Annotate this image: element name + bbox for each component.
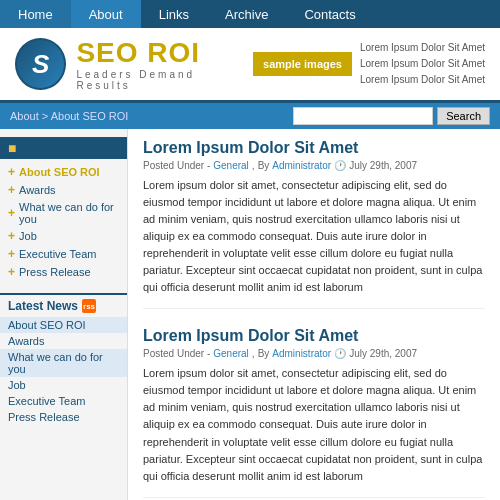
- sidebar-item-executive-team[interactable]: + Executive Team: [0, 245, 127, 263]
- article-1-category[interactable]: General: [213, 160, 249, 171]
- sidebar-item-about-seo-roi[interactable]: + About SEO ROI: [0, 163, 127, 181]
- sample-text-2: Lorem Ipsum Dolor Sit Amet: [360, 56, 485, 72]
- bullet-icon: ■: [8, 140, 16, 156]
- sample-text-3: Lorem Ipsum Dolor Sit Amet: [360, 72, 485, 88]
- search-button[interactable]: Search: [437, 107, 490, 125]
- sidebar-main-section: ■ + About SEO ROI + Awards + What we can…: [0, 137, 127, 281]
- breadcrumb-bar: About > About SEO ROI Search: [0, 103, 500, 129]
- article-2-category[interactable]: General: [213, 348, 249, 359]
- clock-icon-2: 🕐: [334, 348, 346, 359]
- sidebar-main-header: ■: [0, 137, 127, 159]
- clock-icon-1: 🕐: [334, 160, 346, 171]
- article-2-meta: Posted Under - General, By Administrator…: [143, 348, 485, 359]
- sidebar-item-awards[interactable]: + Awards: [0, 181, 127, 199]
- nav-item-home[interactable]: Home: [0, 0, 71, 28]
- sample-text-list: Lorem Ipsum Dolor Sit Amet Lorem Ipsum D…: [360, 40, 485, 88]
- article-1-title: Lorem Ipsum Dolor Sit Amet: [143, 139, 485, 157]
- logo-title: SEO ROI: [76, 37, 253, 69]
- sidebar-item-job[interactable]: + Job: [0, 227, 127, 245]
- article-1-author[interactable]: Administrator: [272, 160, 331, 171]
- latest-news-header: Latest News rss: [0, 293, 127, 317]
- article-2: Lorem Ipsum Dolor Sit Amet Posted Under …: [143, 327, 485, 497]
- article-1-body: Lorem ipsum dolor sit amet, consectetur …: [143, 177, 485, 296]
- logo-icon: S: [15, 38, 66, 90]
- sidebar-news-awards[interactable]: Awards: [0, 333, 127, 349]
- site-header: S SEO ROI Leaders Demand Results sample …: [0, 28, 500, 103]
- nav-item-links[interactable]: Links: [141, 0, 207, 28]
- article-2-author[interactable]: Administrator: [272, 348, 331, 359]
- sidebar-news-job[interactable]: Job: [0, 377, 127, 393]
- logo-area: S SEO ROI Leaders Demand Results: [15, 37, 253, 91]
- sidebar-item-press-release[interactable]: + Press Release: [0, 263, 127, 281]
- rss-icon: rss: [82, 299, 96, 313]
- logo-subtitle: Leaders Demand Results: [76, 69, 253, 91]
- search-area: Search: [293, 107, 490, 125]
- nav-item-contacts[interactable]: Contacts: [286, 0, 373, 28]
- article-1: Lorem Ipsum Dolor Sit Amet Posted Under …: [143, 139, 485, 309]
- logo-text: SEO ROI Leaders Demand Results: [76, 37, 253, 91]
- article-1-meta: Posted Under - General, By Administrator…: [143, 160, 485, 171]
- article-2-title: Lorem Ipsum Dolor Sit Amet: [143, 327, 485, 345]
- nav-item-archive[interactable]: Archive: [207, 0, 286, 28]
- sidebar-news-press[interactable]: Press Release: [0, 409, 127, 425]
- sidebar-news-about[interactable]: About SEO ROI: [0, 317, 127, 333]
- logo-title-accent: ROI: [147, 37, 200, 68]
- main-content: Lorem Ipsum Dolor Sit Amet Posted Under …: [128, 129, 500, 500]
- breadcrumb: About > About SEO ROI: [10, 110, 128, 122]
- nav-item-about[interactable]: About: [71, 0, 141, 28]
- top-navigation: Home About Links Archive Contacts: [0, 0, 500, 28]
- search-input[interactable]: [293, 107, 433, 125]
- article-2-body: Lorem ipsum dolor sit amet, consectetur …: [143, 365, 485, 484]
- latest-news-title: Latest News: [8, 299, 78, 313]
- sidebar-news-executive[interactable]: Executive Team: [0, 393, 127, 409]
- sidebar-item-what-we-can[interactable]: + What we can do for you: [0, 199, 127, 227]
- sample-images-box: sample images: [253, 52, 352, 76]
- logo-title-main: SEO: [76, 37, 138, 68]
- sidebar-news-what-we-can[interactable]: What we can do for you: [0, 349, 127, 377]
- main-layout: ■ + About SEO ROI + Awards + What we can…: [0, 129, 500, 500]
- sample-text-1: Lorem Ipsum Dolor Sit Amet: [360, 40, 485, 56]
- sidebar: ■ + About SEO ROI + Awards + What we can…: [0, 129, 128, 500]
